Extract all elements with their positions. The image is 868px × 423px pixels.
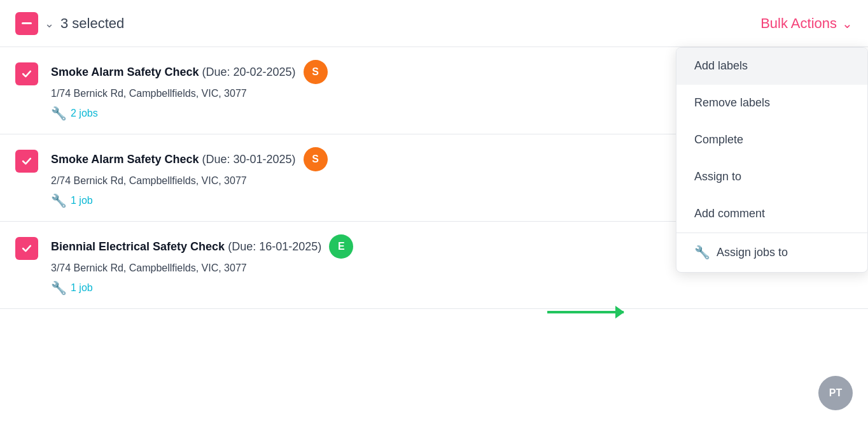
job-title-text-1: Smoke Alarm Safety Check [51, 66, 199, 78]
dropdown-item-add-comment[interactable]: Add comment [676, 196, 867, 233]
job-title-text-2: Smoke Alarm Safety Check [51, 153, 199, 166]
green-arrow [547, 311, 624, 313]
add-comment-label: Add comment [694, 207, 765, 220]
job-count-text-3: 1 job [71, 282, 93, 294]
job-count-text-2: 1 job [71, 195, 93, 206]
assign-jobs-to-label: Assign jobs to [717, 246, 788, 259]
checkmark-icon [20, 68, 33, 80]
header-bar: ⌄ 3 selected Bulk Actions ⌄ [0, 0, 868, 47]
dropdown-item-assign-to[interactable]: Assign to [676, 159, 867, 196]
checkmark-icon-2 [20, 155, 33, 168]
job-title-3: Biennial Electrical Safety Check (Due: 1… [51, 240, 321, 254]
chevron-down-icon[interactable]: ⌄ [45, 17, 54, 31]
job-title-2: Smoke Alarm Safety Check (Due: 30-01-202… [51, 153, 296, 166]
job-checkbox-1[interactable] [15, 62, 38, 85]
avatar-initials-3: E [338, 241, 345, 252]
bulk-actions-button[interactable]: Bulk Actions ⌄ [760, 15, 853, 32]
dropdown-item-complete[interactable]: Complete [676, 122, 867, 159]
avatar-initials-1: S [312, 66, 319, 78]
dropdown-item-add-labels[interactable]: Add labels [676, 48, 867, 85]
job-due-2: (Due: 30-01-2025) [202, 153, 295, 166]
job-count-text-1: 2 jobs [71, 108, 98, 119]
job-title-text-3: Biennial Electrical Safety Check [51, 240, 225, 253]
job-checkbox-2[interactable] [15, 150, 38, 173]
bulk-actions-label: Bulk Actions [760, 15, 837, 32]
job-due-3: (Due: 16-01-2025) [228, 240, 321, 253]
checkmark-icon-3 [20, 242, 33, 255]
avatar-3: E [329, 234, 353, 259]
user-avatar[interactable]: PT [818, 376, 853, 410]
selected-count-label: 3 selected [60, 15, 124, 32]
wrench-icon-1: 🔧 [51, 106, 67, 121]
remove-labels-label: Remove labels [694, 96, 770, 110]
chevron-down-icon: ⌄ [842, 16, 853, 31]
wrench-icon: 🔧 [694, 245, 710, 260]
avatar-2: S [304, 147, 328, 171]
minus-icon [22, 22, 32, 24]
job-count-3: 🔧 1 job [51, 280, 853, 296]
user-avatar-initials: PT [829, 387, 842, 399]
dropdown-item-remove-labels[interactable]: Remove labels [676, 85, 867, 122]
job-checkbox-3[interactable] [15, 237, 38, 260]
deselect-button[interactable] [15, 12, 38, 35]
bulk-actions-dropdown: Add labels Remove labels Complete Assign… [676, 47, 868, 273]
wrench-icon-3: 🔧 [51, 280, 67, 296]
dropdown-item-assign-jobs-to[interactable]: 🔧 Assign jobs to [676, 233, 867, 272]
add-labels-label: Add labels [694, 59, 748, 73]
arrow-indicator [547, 311, 624, 313]
avatar-initials-2: S [312, 154, 319, 165]
avatar-1: S [304, 60, 328, 84]
complete-label: Complete [694, 133, 743, 147]
assign-to-label: Assign to [694, 170, 741, 183]
job-due-1: (Due: 20-02-2025) [202, 66, 295, 78]
wrench-icon-2: 🔧 [51, 193, 67, 208]
job-title-1: Smoke Alarm Safety Check (Due: 20-02-202… [51, 66, 296, 79]
